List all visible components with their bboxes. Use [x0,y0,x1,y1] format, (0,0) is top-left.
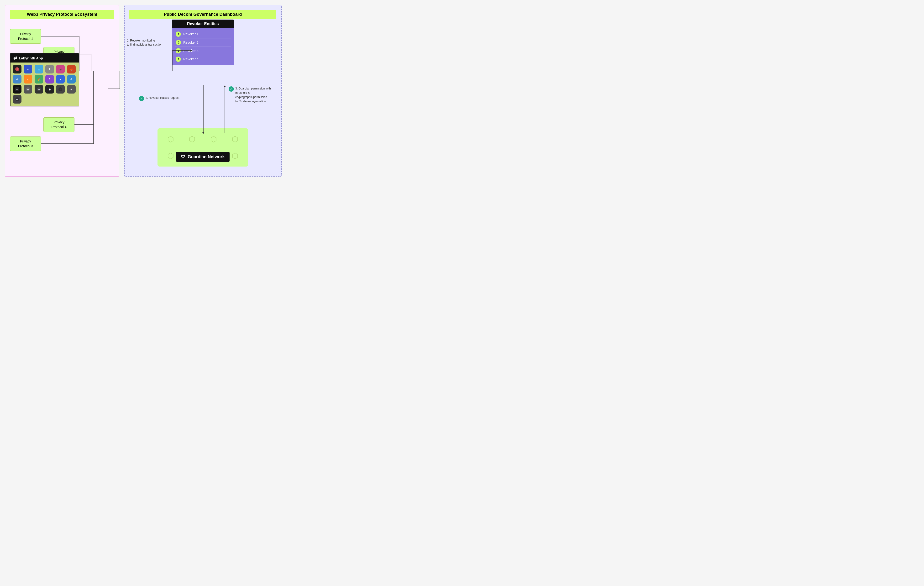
labyrinth-app: ⇄ Labyrinth App ↗ ◇ 💧 A 🦋 [10,53,79,106]
annotation-3: 3. Guardian permission with threshold &c… [235,86,276,104]
cube-2: ⬡ [184,133,200,145]
check-icon-3: ✓ [229,86,234,92]
svg-text:🦊: 🦊 [70,68,73,71]
labyrinth-header: ⇄ Labyrinth App [10,53,79,63]
cube-1: ⬡ [162,133,179,145]
revoker-icon-4 [176,56,181,62]
labyrinth-icons-grid: ↗ ◇ 💧 A 🦋 🦊 ⊕ [10,63,79,106]
app-icon-4: A [45,65,54,73]
left-panel-title: Web3 Privacy Protocol Ecosystem [10,10,114,19]
svg-text:▬: ▬ [16,88,18,91]
guardian-label: 🛡 Guardian Network [176,152,229,162]
left-panel: Web3 Privacy Protocol Ecosystem PrivacyP… [5,5,119,177]
svg-text:≋: ≋ [27,88,29,91]
revoker-icon-2 [176,40,181,45]
svg-point-50 [178,42,179,43]
shield-icon: 🛡 [181,154,185,159]
svg-point-49 [178,34,179,35]
app-icon-5: 🦋 [56,65,65,73]
check-icon-2: ✓ [139,96,144,101]
app-icon-6: 🦊 [67,65,76,73]
svg-marker-60 [224,86,226,87]
revoker-3-label: Revoker 3 [183,49,198,53]
svg-point-52 [178,59,179,59]
app-icon-9: 🌈 [35,75,43,84]
app-icon-1: ↗ [13,65,21,73]
svg-text:A: A [49,68,50,71]
app-icon-19: ⊛ [13,95,21,104]
protocol-3-box: PrivacyProtocol 3 [10,137,41,151]
annotation-2-container: ✓ 2. Revoker Raises request [139,96,179,101]
cube-3: ⬡ [205,133,222,145]
revoker-1-label: Revoker 1 [183,32,198,36]
svg-text:◉: ◉ [48,88,51,91]
revoker-4-label: Revoker 4 [183,57,198,61]
app-icon-10: Λ [45,75,54,84]
svg-text:Λ: Λ [49,78,51,81]
protocol-1-box: PrivacyProtocol 1 [10,29,41,44]
svg-text:◇: ◇ [27,68,29,71]
svg-text:●: ● [28,79,29,81]
annotation-1: 1. Revoker monitoringto find malicious t… [127,39,162,47]
app-icon-14: ≋ [24,85,32,94]
revoker-2-label: Revoker 2 [183,41,198,45]
svg-text:⁞⁞: ⁞⁞ [59,88,61,91]
app-icon-12: © [67,75,76,84]
guardian-bg: ⬡ ⬡ ⬡ ⬡ ⬡ ⬡ ⬡ ⬡ 🛡 Guardian Network [157,128,248,167]
app-icon-18: ⊞ [67,85,76,94]
svg-text:🌈: 🌈 [38,78,40,81]
app-icon-2: ◇ [24,65,32,73]
protocol-4-box: PrivacyProtocol 4 [43,117,74,132]
revoker-icon-3 [176,48,181,53]
svg-point-51 [178,50,179,51]
svg-text:✉: ✉ [38,88,40,91]
labyrinth-icon: ⇄ [13,55,17,61]
app-icon-7: ⊕ [13,75,21,84]
app-icon-11: ✕ [56,75,65,84]
guardian-network-label: Guardian Network [188,154,224,159]
app-icon-17: ⁞⁞ [56,85,65,94]
svg-text:💧: 💧 [38,68,40,71]
revoker-item-2: Revoker 2 [175,38,231,46]
app-icon-8: ● [24,75,32,84]
revoker-entities-title: Revoker Entities [172,20,234,28]
svg-text:©: © [70,78,72,81]
revoker-item-4: Revoker 4 [175,55,231,63]
app-icon-16: ◉ [45,85,54,94]
labyrinth-title: Labyrinth App [19,56,43,60]
svg-text:🦋: 🦋 [59,68,62,71]
app-icon-3: 💧 [35,65,43,73]
app-icon-13: ▬ [13,85,21,94]
right-panel: Public Decom Governance Dashboard 1. Rev… [124,5,282,177]
svg-text:✕: ✕ [59,78,61,81]
svg-text:⊕: ⊕ [16,78,18,81]
cube-4: ⬡ [227,133,243,145]
svg-text:↗: ↗ [16,68,18,71]
revoker-item-3: Revoker 3 [175,46,231,55]
revoker-entities: Revoker Entities Revoker 1 [172,20,234,65]
right-panel-title: Public Decom Governance Dashboard [129,10,276,19]
annotation-2: 2. Revoker Raises request [145,96,179,100]
guardian-network: ⬡ ⬡ ⬡ ⬡ ⬡ ⬡ ⬡ ⬡ 🛡 Guardian Network [157,128,248,167]
revoker-icon-1 [176,31,181,37]
svg-text:⊞: ⊞ [70,88,72,91]
svg-text:⊛: ⊛ [16,98,18,101]
revoker-list: Revoker 1 Revoker 2 [172,28,234,65]
revoker-item-1: Revoker 1 [175,30,231,38]
annotation-3-container: ✓ 3. Guardian permission with threshold … [229,86,276,104]
app-icon-15: ✉ [35,85,43,94]
main-container: Web3 Privacy Protocol Ecosystem PrivacyP… [5,5,282,177]
